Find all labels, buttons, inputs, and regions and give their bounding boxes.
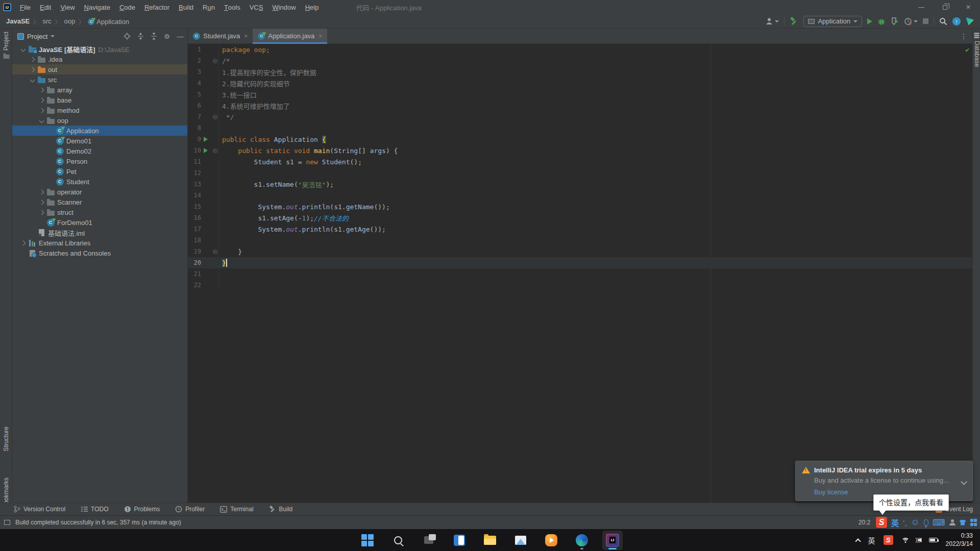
- code-line-20[interactable]: 20}: [188, 257, 972, 268]
- ime-punctuation-icon[interactable]: ’,: [903, 518, 907, 527]
- tree-item-application[interactable]: CApplication: [12, 126, 187, 136]
- chevron-right-icon[interactable]: [39, 210, 44, 215]
- chevron-right-icon[interactable]: [20, 240, 26, 245]
- volume-icon[interactable]: ))): [918, 537, 921, 543]
- breadcrumb-item-application[interactable]: CApplication: [87, 17, 130, 26]
- tab-application-java[interactable]: CApplication.java×: [253, 29, 327, 43]
- file-explorer-button[interactable]: [480, 531, 500, 550]
- code-line-12[interactable]: 12: [188, 167, 972, 179]
- code-line-8[interactable]: 8: [188, 122, 972, 134]
- code-line-9[interactable]: 9public class Application {: [188, 134, 972, 145]
- tray-clock[interactable]: 0:33 2022/3/14: [946, 532, 973, 548]
- tree-item-scratches-and-consoles[interactable]: Scratches and Consoles: [12, 248, 187, 258]
- toggle-toolwindows-icon[interactable]: [4, 520, 10, 525]
- fold-marker-icon[interactable]: −: [213, 148, 217, 153]
- fold-marker-icon[interactable]: −: [213, 249, 217, 254]
- code-line-7[interactable]: 7− */: [188, 111, 972, 122]
- tool-button-terminal[interactable]: Terminal: [220, 506, 253, 513]
- tree-item-pet[interactable]: CPet: [12, 166, 187, 177]
- tool-button-build[interactable]: Build: [269, 506, 293, 513]
- code-line-10[interactable]: 10− public static void main(String[] arg…: [188, 145, 972, 156]
- tree-item-struct[interactable]: struct: [12, 207, 187, 217]
- collapse-all-button[interactable]: [150, 32, 158, 40]
- tree-item-method[interactable]: method: [12, 105, 187, 115]
- chevron-right-icon[interactable]: [39, 108, 44, 113]
- breadcrumb-item-javase[interactable]: JavaSE: [5, 17, 31, 25]
- chevron-down-icon[interactable]: [30, 77, 35, 82]
- tray-expand-icon[interactable]: [855, 538, 861, 544]
- expand-all-button[interactable]: [136, 32, 144, 40]
- project-view-selector[interactable]: Project: [17, 33, 55, 40]
- sogou-tray-icon[interactable]: S: [884, 535, 893, 545]
- code-line-21[interactable]: 21: [188, 268, 972, 280]
- code-line-4[interactable]: 42.隐藏代码的实现细节: [188, 78, 972, 89]
- task-view-button[interactable]: [419, 531, 439, 550]
- menu-refactor[interactable]: Refactor: [140, 0, 174, 14]
- menu-edit[interactable]: Edit: [35, 0, 56, 14]
- widgets-button[interactable]: [449, 531, 470, 550]
- code-line-1[interactable]: 1package oop;: [188, 44, 972, 55]
- battery-icon[interactable]: [929, 538, 938, 542]
- code-line-11[interactable]: 11 Student s1 = new Student();: [188, 156, 972, 167]
- chevron-right-icon[interactable]: [30, 57, 35, 62]
- code-line-19[interactable]: 19− }: [188, 246, 972, 257]
- fold-marker-icon[interactable]: −: [213, 115, 217, 119]
- tool-button-problems[interactable]: Problems: [124, 506, 160, 513]
- menu-window[interactable]: Window: [267, 0, 300, 14]
- sogou-tooltip[interactable]: 个性设置，点我看看: [873, 494, 949, 511]
- editor-options-kebab-icon[interactable]: ⋮: [960, 29, 972, 44]
- run-line-icon[interactable]: [204, 137, 208, 142]
- code-editor[interactable]: ✔ 1package oop;2−/*31.提高程序的安全性，保护数据42.隐藏…: [188, 44, 972, 503]
- media-app-button[interactable]: [541, 531, 561, 550]
- sogou-logo-icon[interactable]: S: [876, 517, 887, 528]
- tool-button-database[interactable]: Database: [973, 33, 980, 67]
- ime-account-icon[interactable]: [949, 519, 955, 525]
- menu-file[interactable]: File: [15, 0, 35, 14]
- menu-code[interactable]: Code: [115, 0, 140, 14]
- menu-build[interactable]: Build: [174, 0, 198, 14]
- keyboard-icon[interactable]: ⌨: [933, 517, 945, 528]
- tool-button-profiler[interactable]: Profiler: [175, 506, 205, 513]
- ime-toolbox-icon[interactable]: [970, 519, 977, 526]
- update-available-icon[interactable]: ↑: [952, 17, 961, 26]
- users-button[interactable]: [766, 17, 779, 25]
- code-line-15[interactable]: 15 System.out.println(s1.getName());: [188, 201, 972, 212]
- breadcrumb-item-oop[interactable]: oop: [63, 17, 77, 25]
- menu-navigate[interactable]: Navigate: [80, 0, 115, 14]
- tree-item-fordemo01[interactable]: CForDemo01: [12, 217, 187, 228]
- tree-item-array[interactable]: array: [12, 85, 187, 95]
- wifi-icon[interactable]: [901, 538, 910, 543]
- code-line-18[interactable]: 18: [188, 235, 972, 246]
- chevron-right-icon[interactable]: [30, 67, 35, 72]
- tree-item-scanner[interactable]: Scanner: [12, 197, 187, 207]
- tool-button-todo[interactable]: TODO: [81, 506, 108, 513]
- tree-item-demo01[interactable]: CDemo01: [12, 136, 187, 146]
- microphone-icon[interactable]: [924, 519, 928, 526]
- start-button[interactable]: [357, 531, 378, 550]
- emoji-icon[interactable]: ☺: [911, 517, 920, 528]
- code-line-13[interactable]: 13 s1.setName("吴浩铭");: [188, 179, 972, 190]
- hide-panel-button[interactable]: —: [176, 32, 184, 40]
- code-line-5[interactable]: 53.统一接口: [188, 89, 972, 100]
- tree-item-javase[interactable]: JavaSE [基础语法]D:\JavaSE: [12, 44, 187, 54]
- chevron-right-icon[interactable]: [39, 97, 44, 103]
- run-configuration-select[interactable]: Application: [803, 16, 862, 27]
- tree-item-person[interactable]: CPerson: [12, 156, 187, 166]
- code-line-2[interactable]: 2−/*: [188, 55, 972, 66]
- chevron-right-icon[interactable]: [39, 189, 44, 194]
- close-tab-icon[interactable]: ×: [318, 33, 322, 40]
- code-line-16[interactable]: 16 s1.setAge(-1);//不合法的: [188, 212, 972, 223]
- build-hammer-icon[interactable]: [790, 17, 798, 26]
- ime-skin-icon[interactable]: [960, 520, 966, 525]
- tool-button-project[interactable]: Project: [0, 32, 12, 59]
- profiler-button[interactable]: [904, 17, 918, 26]
- chevron-down-icon[interactable]: [39, 118, 44, 123]
- taskbar-search-button[interactable]: [388, 531, 408, 550]
- stop-button[interactable]: [923, 18, 928, 24]
- tree-item-src[interactable]: src: [12, 74, 187, 85]
- search-everywhere-button[interactable]: [939, 17, 947, 26]
- breadcrumb-item-src[interactable]: src: [41, 17, 52, 25]
- tree-item-out[interactable]: out: [12, 64, 187, 74]
- restore-button[interactable]: [933, 0, 957, 14]
- tool-button-structure[interactable]: Structure: [0, 427, 12, 452]
